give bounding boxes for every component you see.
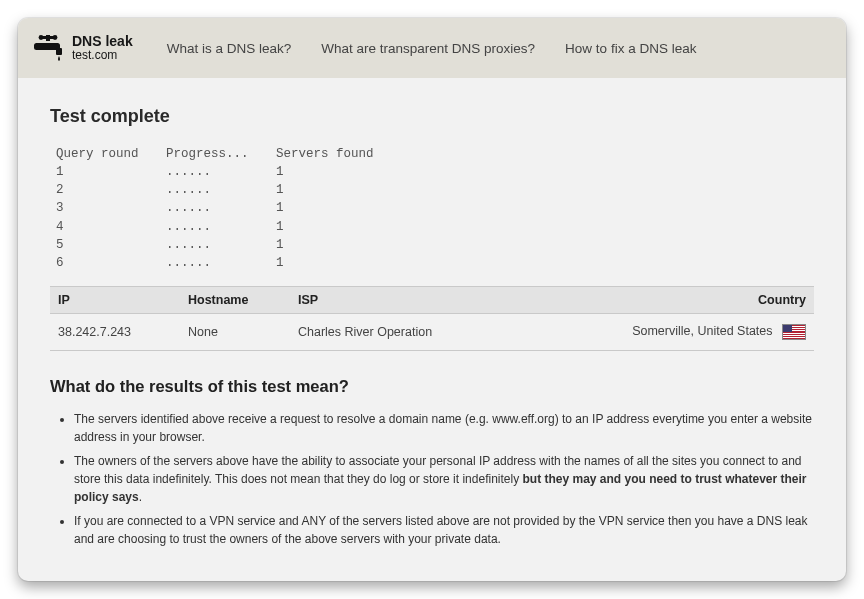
col-found-header: Servers found: [276, 145, 374, 163]
nav-what-is-dns-leak[interactable]: What is a DNS leak?: [167, 41, 292, 56]
svg-point-3: [53, 35, 58, 40]
meaning-item-2: The owners of the servers above have the…: [74, 452, 814, 506]
th-hostname: Hostname: [180, 286, 290, 313]
logo[interactable]: DNS leak test.com: [32, 34, 133, 62]
logo-text: DNS leak test.com: [72, 34, 133, 61]
progress-table: Query round Progress... Servers found 1 …: [56, 145, 814, 272]
nav-transparent-proxies[interactable]: What are transparent DNS proxies?: [321, 41, 535, 56]
nav-how-to-fix[interactable]: How to fix a DNS leak: [565, 41, 696, 56]
th-ip: IP: [50, 286, 180, 313]
svg-rect-5: [56, 48, 62, 55]
th-isp: ISP: [290, 286, 594, 313]
results-row: 38.242.7.243 None Charles River Operatio…: [50, 313, 814, 350]
progress-row: 6 ...... 1: [56, 254, 814, 272]
logo-line1: DNS leak: [72, 34, 133, 49]
main-nav: What is a DNS leak? What are transparent…: [167, 41, 697, 56]
col-round-header: Query round: [56, 145, 166, 163]
cell-isp: Charles River Operation: [290, 313, 594, 350]
progress-row: 5 ...... 1: [56, 236, 814, 254]
results-table: IP Hostname ISP Country 38.242.7.243 Non…: [50, 286, 814, 351]
cell-country: Somerville, United States: [594, 313, 814, 350]
meaning-list: The servers identified above receive a r…: [50, 410, 814, 548]
meaning-heading: What do the results of this test mean?: [50, 377, 814, 396]
progress-row: 4 ...... 1: [56, 218, 814, 236]
topbar: DNS leak test.com What is a DNS leak? Wh…: [18, 18, 846, 78]
content: Test complete Query round Progress... Se…: [18, 78, 846, 568]
progress-header: Query round Progress... Servers found: [56, 145, 814, 163]
flag-us-icon: [782, 324, 806, 340]
cell-ip: 38.242.7.243: [50, 313, 180, 350]
th-country: Country: [594, 286, 814, 313]
page-title: Test complete: [50, 106, 814, 127]
logo-line2: test.com: [72, 49, 133, 62]
progress-row: 2 ...... 1: [56, 181, 814, 199]
faucet-icon: [32, 34, 66, 62]
page-card: DNS leak test.com What is a DNS leak? Wh…: [18, 18, 846, 581]
progress-row: 1 ...... 1: [56, 163, 814, 181]
svg-point-2: [39, 35, 44, 40]
cell-hostname: None: [180, 313, 290, 350]
meaning-item-3: If you are connected to a VPN service an…: [74, 512, 814, 548]
progress-row: 3 ...... 1: [56, 199, 814, 217]
col-progress-header: Progress...: [166, 145, 276, 163]
meaning-item-1: The servers identified above receive a r…: [74, 410, 814, 446]
